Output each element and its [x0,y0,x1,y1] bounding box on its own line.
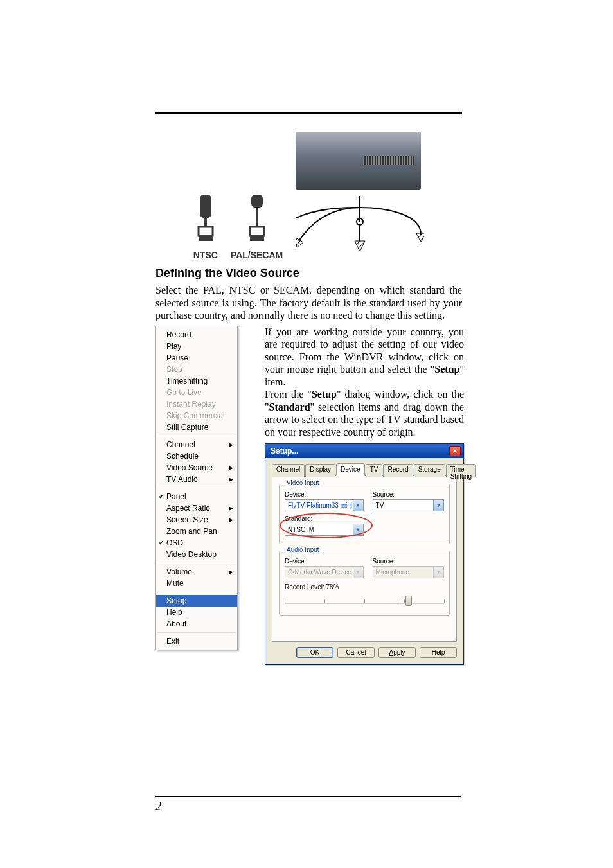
menu-item-label: Help [166,608,182,617]
menu-item-label: TV Audio [166,475,198,484]
tab-device[interactable]: Device [336,463,365,476]
menu-item-label: OSD [166,538,183,547]
svg-rect-6 [250,227,264,236]
p3b: Setup [312,389,337,400]
p3a: From the " [265,389,312,400]
audio-device-label: Device: [285,558,364,565]
chevron-down-icon: ▼ [353,500,363,511]
menu-item-label: Still Capture [166,423,208,432]
audio-input-legend: Audio Input [285,546,321,553]
menu-item-panel[interactable]: ✔Panel [156,491,237,502]
bottom-rule [155,796,461,797]
chevron-down-icon: ▼ [433,567,443,578]
arrows-icon [296,196,424,267]
video-device-value: FlyTV Platinum33 mini [288,502,352,509]
menu-item-label: Skip Commercial [166,411,225,420]
tab-time-shifting[interactable]: Time Shifting [446,464,476,477]
help-button[interactable]: Help [420,647,457,658]
menu-item-aspect-ratio[interactable]: Aspect Ratio▶ [156,502,237,514]
submenu-arrow-icon: ▶ [229,476,233,483]
submenu-arrow-icon: ▶ [229,441,233,448]
ntsc-label: NTSC [193,250,218,260]
video-standard-combo[interactable]: NTSC_M ▼ [285,524,364,536]
cancel-button[interactable]: Cancel [337,647,375,658]
menu-item-label: Instant Replay [166,400,216,409]
paragraph-2: If you are working outside your country,… [265,326,464,389]
dvr-figure [296,132,424,267]
record-level-slider[interactable] [285,594,444,607]
svg-rect-4 [251,195,263,208]
menu-item-exit[interactable]: Exit [156,635,237,647]
video-source-combo[interactable]: TV ▼ [373,499,444,511]
menu-item-label: Panel [166,492,186,501]
menu-item-label: Video Source [166,463,213,472]
menu-item-channel[interactable]: Channel▶ [156,439,237,450]
submenu-arrow-icon: ▶ [229,465,233,471]
menu-item-still-capture[interactable]: Still Capture [156,421,237,433]
apply-button[interactable]: Apply [378,647,416,658]
page-number: 2 [155,800,161,813]
tab-storage[interactable]: Storage [414,464,445,477]
menu-item-schedule[interactable]: Schedule [156,450,237,462]
menu-item-setup[interactable]: Setup [156,595,237,607]
setup-tabs: ChannelDisplayDeviceTVRecordStorageTime … [272,463,457,476]
palsecam-oscillator-figure: PAL/SECAM [231,195,283,260]
audio-source-combo[interactable]: Microphone ▼ [373,566,444,578]
paragraph-3: From the "Setup" dialog window, click on… [265,388,464,438]
menu-item-record[interactable]: Record [156,329,237,341]
setup-tab-panel: Video Input Device: FlyTV Platinum33 min… [272,475,457,642]
palsecam-oscillator-icon [247,195,267,246]
menu-item-label: Screen Size [166,515,208,524]
menu-item-stop: Stop [156,364,237,375]
context-menu: RecordPlayPauseStopTimeshiftingGo to Liv… [155,326,238,650]
menu-item-label: Stop [166,365,182,374]
tab-tv[interactable]: TV [366,464,383,477]
p2b: Setup [434,364,459,375]
svg-marker-14 [416,233,424,242]
menu-item-tv-audio[interactable]: TV Audio▶ [156,474,237,485]
menu-item-about[interactable]: About [156,618,237,630]
menu-item-osd[interactable]: ✔OSD [156,537,237,549]
tab-channel[interactable]: Channel [272,464,305,477]
menu-item-screen-size[interactable]: Screen Size▶ [156,514,237,526]
menu-item-label: Go to Live [166,388,202,397]
setup-dialog-titlebar[interactable]: Setup... × [265,444,463,458]
menu-item-label: Zoom and Pan [166,527,217,536]
svg-rect-3 [199,236,213,241]
palsecam-label: PAL/SECAM [231,250,283,260]
video-device-combo[interactable]: FlyTV Platinum33 mini ▼ [285,499,364,511]
ntsc-oscillator-figure: NTSC [193,195,218,260]
close-icon[interactable]: × [449,446,461,456]
submenu-arrow-icon: ▶ [229,569,233,575]
paragraph-1: Select the PAL, NTSC or SECAM, depending… [155,284,462,322]
audio-device-combo[interactable]: C-Media Wave Device ▼ [285,566,364,578]
chevron-down-icon: ▼ [433,500,443,511]
menu-item-instant-replay: Instant Replay [156,398,237,410]
video-input-legend: Video Input [285,479,321,486]
menu-item-help[interactable]: Help [156,607,237,618]
menu-item-label: Timeshifting [166,376,208,385]
menu-item-zoom-and-pan[interactable]: Zoom and Pan [156,526,237,537]
submenu-arrow-icon: ▶ [229,505,233,511]
menu-item-timeshifting[interactable]: Timeshifting [156,375,237,387]
menu-item-video-source[interactable]: Video Source▶ [156,462,237,474]
menu-item-pause[interactable]: Pause [156,352,237,364]
p3d: Standard [269,402,310,412]
menu-item-play[interactable]: Play [156,341,237,352]
video-source-value: TV [376,502,384,509]
menu-item-label: Setup [166,596,186,605]
tab-display[interactable]: Display [305,464,335,477]
tab-record[interactable]: Record [383,464,413,477]
video-source-label: Source: [373,491,444,498]
menu-item-volume[interactable]: Volume▶ [156,566,237,578]
ok-button[interactable]: OK [296,647,333,658]
audio-input-fieldset: Audio Input Device: C-Media Wave Device … [279,551,450,616]
svg-rect-5 [256,208,258,227]
menu-item-label: Mute [166,579,184,588]
slider-thumb[interactable] [405,596,412,606]
section-heading: Defining the Video Source [155,267,462,280]
menu-item-mute[interactable]: Mute [156,578,237,589]
top-rule [155,112,462,114]
menu-item-video-desktop[interactable]: Video Desktop [156,549,237,560]
svg-rect-1 [204,218,207,227]
